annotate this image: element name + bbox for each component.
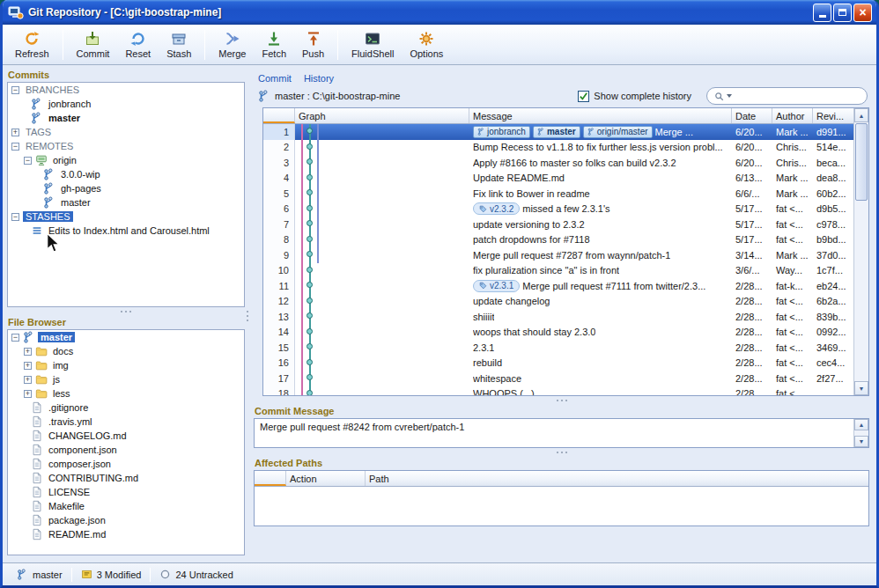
affected-paths-column-path[interactable]: Path	[366, 471, 868, 486]
file-tree-item-component-json[interactable]: component.json	[8, 443, 244, 457]
expand-expander-icon[interactable]: +	[11, 129, 19, 136]
status-master[interactable]: master	[8, 567, 71, 583]
commit-row[interactable]: 152.3.12/28...fat <...3469...	[263, 340, 853, 356]
column-header-graph[interactable]: Graph	[295, 108, 469, 123]
branch-badge[interactable]: master	[533, 126, 580, 138]
tab-history[interactable]: History	[304, 73, 334, 84]
close-button[interactable]: ×	[853, 4, 872, 22]
collapse-expander-icon[interactable]: −	[11, 86, 19, 94]
commit-row[interactable]: 4Update README.md6/13...Mark ...dea8...	[263, 171, 853, 187]
branch-badge[interactable]: origin/master	[583, 126, 653, 138]
toolbar-merge-button[interactable]: Merge	[211, 28, 253, 61]
file-tree-item-img[interactable]: +img	[8, 358, 244, 372]
file-tree-label[interactable]: .gitignore	[46, 402, 91, 413]
commit-message-splitter[interactable]	[254, 448, 869, 457]
expand-expander-icon[interactable]: +	[24, 376, 32, 384]
commits-splitter[interactable]	[7, 307, 245, 316]
commits-tree-item-tags[interactable]: +TAGS	[8, 125, 244, 139]
file-tree-item-less[interactable]: +less	[8, 386, 244, 401]
history-splitter[interactable]	[254, 396, 869, 405]
file-tree-label[interactable]: docs	[50, 346, 76, 356]
commits-tree-label[interactable]: master	[46, 113, 83, 123]
commits-tree-item-3-0-0-wip[interactable]: 3.0.0-wip	[8, 167, 244, 181]
file-tree-item-changelog-md[interactable]: CHANGELOG.md	[8, 429, 244, 443]
commits-tree-label[interactable]: STASHES	[23, 211, 73, 222]
commit-message-box[interactable]: Merge pull request #8242 from cvrebert/p…	[254, 418, 869, 448]
commit-row[interactable]: 18WHOOPS (...)2/28...fat <...	[263, 386, 853, 396]
commits-tree-label[interactable]: jonbranch	[46, 99, 93, 109]
file-tree-label[interactable]: CHANGELOG.md	[46, 430, 129, 441]
commit-row[interactable]: 2Bump Recess to v1.1.8 to fix further le…	[263, 140, 853, 156]
toolbar-options-button[interactable]: Options	[403, 28, 450, 61]
file-tree-item-js[interactable]: +js	[8, 372, 244, 386]
maximize-button[interactable]	[833, 4, 852, 22]
file-tree-item-composer-json[interactable]: composer.json	[8, 457, 244, 471]
commits-tree-item-master[interactable]: master	[8, 111, 244, 125]
commits-tree-label[interactable]: 3.0.0-wip	[58, 169, 103, 180]
scroll-down-button[interactable]: ▼	[854, 436, 868, 447]
commit-row[interactable]: 11v2.3.1Merge pull request #7111 from tw…	[263, 278, 853, 294]
file-tree-label[interactable]: .travis.yml	[46, 416, 95, 427]
file-tree-item-makefile[interactable]: Makefile	[8, 499, 244, 513]
search-box[interactable]	[706, 87, 868, 105]
branch-badge[interactable]: jonbranch	[473, 126, 530, 138]
file-tree-label[interactable]: less	[50, 388, 73, 399]
commits-tree-label[interactable]: TAGS	[23, 127, 54, 137]
scroll-down-button[interactable]: ▼	[854, 381, 868, 395]
commits-tree-label[interactable]: BRANCHES	[23, 85, 82, 95]
collapse-expander-icon[interactable]: −	[11, 334, 19, 342]
commit-row[interactable]: 10fix pluralization since "a" is in fron…	[263, 263, 853, 279]
tag-badge[interactable]: v2.3.1	[473, 280, 520, 292]
affected-paths-column-action[interactable]: Action	[286, 471, 366, 486]
commit-row[interactable]: 3Apply #8166 to master so folks can buil…	[263, 155, 853, 171]
scroll-thumb[interactable]	[855, 123, 868, 201]
column-header-auth[interactable]: Author	[772, 108, 813, 123]
show-complete-history-checkbox[interactable]	[578, 91, 589, 102]
file-tree-label[interactable]: package.json	[46, 515, 108, 526]
file-tree-item-docs[interactable]: +docs	[8, 344, 244, 358]
toolbar-stash-button[interactable]: Stash	[159, 28, 198, 61]
file-tree-item-travis-yml[interactable]: .travis.yml	[8, 415, 244, 429]
commit-message-text[interactable]: Merge pull request #8242 from cvrebert/p…	[255, 419, 853, 447]
file-tree-label[interactable]: README.md	[46, 529, 108, 540]
toolbar-refresh-button[interactable]: Refresh	[8, 28, 56, 61]
vertical-scrollbar[interactable]: ▲ ▼	[853, 108, 868, 395]
file-tree-item-contributing-md[interactable]: CONTRIBUTING.md	[8, 471, 244, 485]
collapse-expander-icon[interactable]: −	[24, 157, 32, 165]
file-tree-label[interactable]: component.json	[46, 445, 120, 455]
scroll-up-button[interactable]: ▲	[854, 419, 868, 430]
tag-badge[interactable]: v2.3.2	[473, 202, 520, 215]
column-header-rev[interactable]: Revi...	[813, 108, 853, 123]
commits-tree-label[interactable]: Edits to Index.html and Carousel.html	[46, 225, 212, 236]
column-header-num[interactable]	[263, 108, 295, 123]
commit-row[interactable]: 8patch dropdowns for #71185/17...fat <..…	[263, 232, 853, 248]
commits-tree-label[interactable]: origin	[50, 155, 79, 165]
commits-tree-item-remotes[interactable]: −REMOTES	[8, 139, 244, 153]
expand-expander-icon[interactable]: +	[24, 362, 32, 370]
file-tree-label[interactable]: CONTRIBUTING.md	[46, 473, 141, 483]
status-3-modified[interactable]: 3 Modified	[72, 567, 151, 583]
commit-row[interactable]: 6v2.3.2missed a few 2.3.1's5/17...fat <.…	[263, 202, 853, 217]
file-tree-item-readme-md[interactable]: README.md	[8, 527, 244, 541]
file-tree-label[interactable]: master	[38, 332, 75, 342]
commit-row[interactable]: 7update versioning to 2.3.25/17...fat <.…	[263, 217, 853, 232]
expand-expander-icon[interactable]: +	[24, 348, 32, 356]
toolbar-fluidshell-button[interactable]: FluidShell	[344, 28, 401, 61]
commits-tree-label[interactable]: master	[58, 197, 93, 208]
commits-tree-item-stashes[interactable]: −STASHES	[8, 209, 244, 224]
commit-message-scrollbar[interactable]: ▲ ▼	[853, 419, 868, 447]
commit-row[interactable]: 17whitespace2/28...fat <...2f27...	[263, 371, 853, 386]
commits-tree-label[interactable]: gh-pages	[58, 183, 104, 194]
file-tree-item-master[interactable]: −master	[8, 330, 244, 344]
affected-paths-column-item[interactable]	[255, 471, 286, 486]
column-header-date[interactable]: Date	[732, 108, 772, 123]
commit-row[interactable]: 5Fix link to Bower in readme6/6/...Mark …	[263, 186, 853, 202]
commit-row[interactable]: 13shiiiit2/28...fat <...839b...	[263, 309, 853, 325]
file-tree-label[interactable]: img	[50, 360, 71, 371]
file-tree-label[interactable]: js	[50, 374, 63, 385]
commit-row[interactable]: 9Merge pull request #7287 from waynn/pat…	[263, 247, 853, 263]
commit-row[interactable]: 1jonbranchmasterorigin/masterMerge ...6/…	[263, 124, 853, 140]
titlebar[interactable]: Git Repository - [C:\git-boostrap-mine] …	[3, 0, 876, 25]
toolbar-push-button[interactable]: Push	[295, 28, 331, 61]
file-tree-item-package-json[interactable]: package.json	[8, 513, 244, 527]
